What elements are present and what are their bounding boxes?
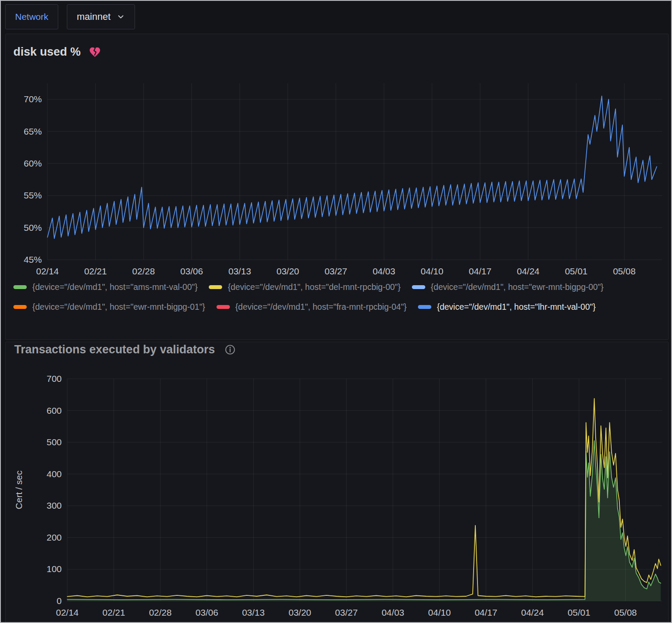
series-line — [67, 399, 661, 597]
network-variable-dropdown[interactable]: mainnet — [67, 4, 135, 29]
broken-heart-icon — [88, 46, 101, 58]
x-tick-label: 04/24 — [517, 266, 540, 276]
x-tick-label: 04/03 — [382, 607, 405, 617]
x-tick-label: 04/17 — [469, 266, 492, 276]
chevron-down-icon — [116, 13, 125, 21]
network-variable-label-box: Network — [5, 4, 58, 29]
y-tick-label: 65% — [24, 126, 42, 136]
y-tick-label: 70% — [24, 94, 42, 104]
series-line — [67, 441, 661, 600]
legend-swatch — [217, 305, 230, 309]
x-tick-label: 02/21 — [103, 607, 126, 617]
y-tick-label: 55% — [24, 190, 42, 200]
x-tick-label: 03/13 — [242, 607, 265, 617]
legend-label: {device="/dev/md1", host="lhr-mnt-val-00… — [437, 302, 596, 312]
y-tick-label: 45% — [24, 255, 42, 264]
legend-item[interactable]: {device="/dev/md1", host="lhr-mnt-val-00… — [418, 301, 596, 313]
legend-label: {device="/dev/md1", host="ams-mnt-val-00… — [32, 282, 198, 292]
y-tick-label: 100 — [47, 564, 62, 574]
info-icon[interactable] — [224, 344, 236, 356]
disk-legend: {device="/dev/md1", host="ams-mnt-val-00… — [13, 281, 660, 313]
y-axis-label: Cert / sec — [14, 471, 24, 510]
y-tick-label: 60% — [24, 158, 42, 168]
legend-label: {device="/dev/md1", host="ewr-mnt-bigpg-… — [431, 282, 604, 292]
x-tick-label: 02/14 — [36, 266, 59, 276]
series-fill — [67, 441, 661, 601]
x-tick-label: 04/03 — [373, 266, 396, 276]
network-variable-value: mainnet — [77, 11, 110, 22]
x-tick-label: 04/24 — [521, 607, 544, 617]
x-tick-label: 02/28 — [132, 266, 155, 276]
grafana-dashboard: Network mainnet disk used % 45%50%55%60%… — [0, 0, 672, 623]
x-tick-label: 02/28 — [149, 607, 172, 617]
x-tick-label: 03/13 — [229, 266, 251, 276]
x-tick-label: 03/27 — [335, 607, 358, 617]
legend-item[interactable]: {device="/dev/md1", host="ewr-mnt-bigpg-… — [412, 281, 604, 293]
x-tick-label: 04/10 — [421, 266, 443, 276]
x-tick-label: 04/17 — [474, 607, 497, 617]
legend-item[interactable]: {device="/dev/md1", host="fra-mnt-rpcbig… — [217, 301, 407, 313]
x-tick-label: 03/20 — [276, 266, 299, 276]
disk-used-chart[interactable]: 45%50%55%60%65%70%02/1402/2102/2803/0603… — [9, 66, 666, 286]
legend-item[interactable]: {device="/dev/md1", host="del-mnt-rpcbig… — [209, 281, 401, 293]
x-tick-label: 02/14 — [56, 607, 79, 617]
transactions-chart[interactable]: 010020030040050060070002/1402/2102/2803/… — [9, 366, 666, 620]
x-tick-label: 03/27 — [324, 266, 347, 276]
network-variable-label: Network — [15, 12, 48, 22]
legend-swatch — [412, 285, 425, 289]
x-tick-label: 05/01 — [565, 266, 588, 276]
series-line — [47, 96, 657, 239]
x-tick-label: 03/20 — [289, 607, 311, 617]
legend-label: {device="/dev/md1", host="ewr-mnt-bigpg-… — [32, 302, 205, 312]
x-tick-label: 04/10 — [428, 607, 451, 617]
y-tick-label: 300 — [47, 500, 62, 510]
legend-swatch — [13, 285, 27, 289]
x-tick-label: 05/01 — [568, 607, 590, 617]
panel-transactions: Transactions executed by validators 0100… — [5, 342, 669, 623]
legend-item[interactable]: {device="/dev/md1", host="ams-mnt-val-00… — [13, 281, 198, 293]
y-tick-label: 50% — [24, 223, 42, 233]
y-tick-label: 500 — [47, 437, 62, 447]
panel-tx-header[interactable]: Transactions executed by validators — [14, 343, 236, 356]
legend-swatch — [418, 305, 431, 309]
y-tick-label: 400 — [47, 469, 62, 479]
legend-item[interactable]: {device="/dev/md1", host="ewr-mnt-bigpg-… — [13, 301, 205, 313]
legend-label: {device="/dev/md1", host="fra-mnt-rpcbig… — [236, 302, 407, 312]
y-tick-label: 0 — [57, 596, 62, 606]
legend-swatch — [209, 285, 222, 289]
x-tick-label: 05/08 — [614, 607, 637, 617]
panel-disk-title: disk used % — [13, 45, 81, 59]
x-tick-label: 05/08 — [613, 266, 636, 276]
panel-disk-header[interactable]: disk used % — [13, 45, 101, 59]
legend-swatch — [13, 305, 27, 309]
x-tick-label: 02/21 — [84, 266, 107, 276]
y-tick-label: 200 — [47, 532, 62, 542]
y-tick-label: 600 — [47, 406, 62, 415]
x-tick-label: 03/06 — [180, 266, 203, 276]
legend-label: {device="/dev/md1", host="del-mnt-rpcbig… — [228, 282, 401, 292]
panel-tx-title: Transactions executed by validators — [14, 343, 215, 356]
x-tick-label: 03/06 — [195, 607, 218, 617]
y-tick-label: 700 — [47, 374, 62, 384]
panel-disk-used: disk used % 45%50%55%60%65%70%02/1402/21… — [5, 34, 669, 340]
